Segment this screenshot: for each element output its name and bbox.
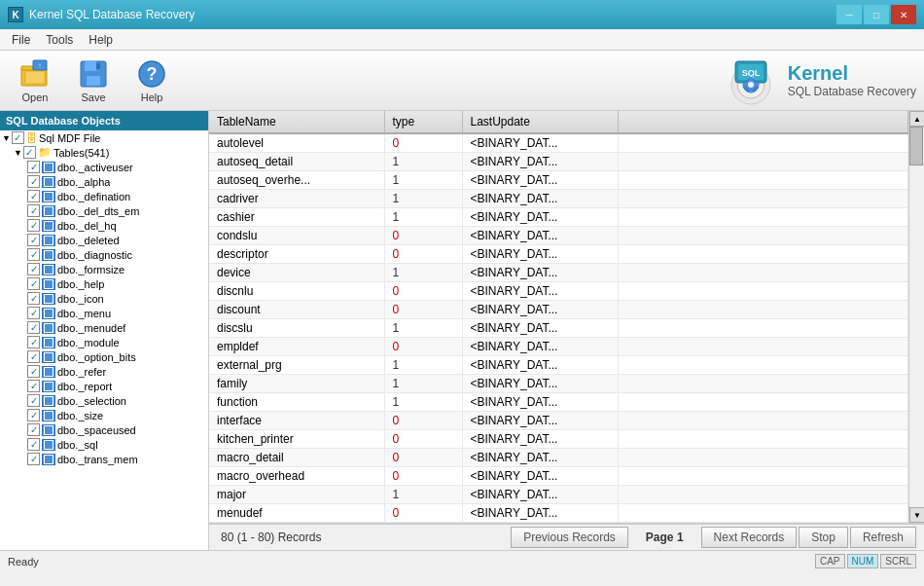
item-checkbox[interactable]	[27, 219, 40, 232]
list-item[interactable]: dbo._size	[0, 408, 208, 422]
item-checkbox[interactable]	[27, 263, 40, 275]
table-row[interactable]: discslu1<BINARY_DAT...	[209, 319, 908, 338]
cell-tablename: function	[209, 393, 384, 412]
cell-tablename: discount	[209, 301, 384, 319]
list-item[interactable]: dbo._deleted	[0, 233, 208, 247]
list-item[interactable]: dbo._del_dts_em	[0, 203, 208, 218]
item-checkbox[interactable]	[27, 453, 40, 465]
table-row[interactable]: autoseq_detail1<BINARY_DAT...	[209, 153, 908, 171]
list-item[interactable]: dbo._trans_mem	[0, 452, 208, 466]
item-checkbox[interactable]	[27, 423, 40, 436]
list-item[interactable]: dbo._del_hq	[0, 218, 208, 233]
table-row[interactable]: major1<BINARY_DAT...	[209, 486, 908, 504]
root-checkbox[interactable]	[12, 131, 24, 144]
table-row[interactable]: autolevel0<BINARY_DAT...	[209, 133, 908, 153]
cell-lastupdate: <BINARY_DAT...	[462, 282, 618, 301]
close-button[interactable]: ✕	[891, 5, 916, 24]
table-row[interactable]: discnlu0<BINARY_DAT...	[209, 282, 908, 301]
maximize-button[interactable]: □	[864, 5, 889, 24]
cell-tablename: major	[209, 486, 384, 504]
scrollbar-thumb[interactable]	[909, 127, 923, 165]
list-item[interactable]: dbo._diagnostic	[0, 247, 208, 262]
data-table-container[interactable]: TableName type LastUpdate autolevel0<BIN…	[209, 111, 908, 523]
svg-point-18	[748, 82, 754, 88]
list-item[interactable]: dbo._alpha	[0, 174, 208, 189]
cell-extra	[618, 133, 908, 153]
list-item[interactable]: dbo._activeuser	[0, 160, 208, 174]
table-row[interactable]: discount0<BINARY_DAT...	[209, 301, 908, 319]
table-row[interactable]: macro_detail0<BINARY_DAT...	[209, 449, 908, 467]
item-checkbox[interactable]	[27, 204, 40, 217]
table-row[interactable]: macro_overhead0<BINARY_DAT...	[209, 467, 908, 486]
menu-help[interactable]: Help	[81, 31, 121, 49]
scroll-up-button[interactable]: ▲	[909, 111, 924, 127]
menu-file[interactable]: File	[4, 31, 38, 49]
svg-rect-1	[21, 66, 33, 70]
table-row[interactable]: cashier1<BINARY_DAT...	[209, 208, 908, 227]
table-row[interactable]: device1<BINARY_DAT...	[209, 264, 908, 282]
table-row[interactable]: menudef0<BINARY_DAT...	[209, 504, 908, 523]
list-item[interactable]: dbo._report	[0, 379, 208, 393]
col-tablename[interactable]: TableName	[209, 111, 384, 133]
table-row[interactable]: autoseq_overhe...1<BINARY_DAT...	[209, 171, 908, 190]
item-checkbox[interactable]	[27, 234, 40, 246]
item-checkbox[interactable]	[27, 394, 40, 407]
prev-records-button[interactable]: Previous Records	[511, 527, 628, 548]
table-row[interactable]: kitchen_printer0<BINARY_DAT...	[209, 430, 908, 449]
item-checkbox[interactable]	[27, 380, 40, 392]
svg-text:SQL: SQL	[741, 68, 760, 78]
scroll-down-button[interactable]: ▼	[909, 507, 924, 523]
scrollbar-track[interactable]	[909, 127, 924, 507]
list-item[interactable]: dbo._menu	[0, 306, 208, 320]
table-row[interactable]: descriptor0<BINARY_DAT...	[209, 245, 908, 264]
list-item[interactable]: dbo._spaceused	[0, 422, 208, 437]
list-item[interactable]: dbo._refer	[0, 364, 208, 379]
item-checkbox[interactable]	[27, 409, 40, 421]
left-panel[interactable]: SQL Database Objects ▼ 🗄 Sql MDF File ▼ …	[0, 111, 209, 550]
list-item[interactable]: dbo._formsize	[0, 262, 208, 276]
table-row[interactable]: function1<BINARY_DAT...	[209, 393, 908, 412]
item-checkbox[interactable]	[27, 161, 40, 173]
col-type[interactable]: type	[384, 111, 462, 133]
list-item[interactable]: dbo._menudef	[0, 320, 208, 335]
table-row[interactable]: empldef0<BINARY_DAT...	[209, 338, 908, 356]
list-item[interactable]: dbo._option_bits	[0, 349, 208, 364]
item-checkbox[interactable]	[27, 321, 40, 334]
stop-button[interactable]: Stop	[799, 527, 848, 548]
next-records-button[interactable]: Next Records	[701, 527, 798, 548]
item-checkbox[interactable]	[27, 292, 40, 305]
list-item[interactable]: dbo._defination	[0, 189, 208, 203]
table-icon	[42, 162, 55, 173]
table-row[interactable]: interface0<BINARY_DAT...	[209, 412, 908, 430]
list-item[interactable]: dbo._icon	[0, 291, 208, 306]
item-checkbox[interactable]	[27, 307, 40, 319]
item-checkbox[interactable]	[27, 336, 40, 348]
vertical-scrollbar[interactable]: ▲ ▼	[908, 111, 924, 523]
list-item[interactable]: dbo._help	[0, 276, 208, 291]
col-lastupdate[interactable]: LastUpdate	[462, 111, 618, 133]
open-button[interactable]: ↑ Open	[8, 55, 62, 107]
tree-root[interactable]: ▼ 🗄 Sql MDF File	[0, 130, 208, 145]
table-row[interactable]: external_prg1<BINARY_DAT...	[209, 356, 908, 375]
help-button[interactable]: ? Help	[124, 55, 179, 107]
item-checkbox[interactable]	[27, 175, 40, 188]
item-checkbox[interactable]	[27, 277, 40, 290]
menu-tools[interactable]: Tools	[38, 31, 81, 49]
minimize-button[interactable]: ─	[836, 5, 862, 24]
refresh-button[interactable]: Refresh	[850, 527, 916, 548]
item-checkbox[interactable]	[27, 350, 40, 363]
item-checkbox[interactable]	[27, 438, 40, 451]
table-row[interactable]: family1<BINARY_DAT...	[209, 375, 908, 393]
list-item[interactable]: dbo._selection	[0, 393, 208, 408]
cell-extra	[618, 153, 908, 171]
item-checkbox[interactable]	[27, 248, 40, 261]
item-checkbox[interactable]	[27, 190, 40, 202]
item-checkbox[interactable]	[27, 365, 40, 378]
list-item[interactable]: dbo._sql	[0, 437, 208, 452]
save-button[interactable]: Save	[66, 55, 121, 107]
tables-checkbox[interactable]	[23, 146, 36, 159]
list-item[interactable]: dbo._module	[0, 335, 208, 349]
tables-group[interactable]: ▼ 📁 Tables(541)	[0, 145, 208, 160]
table-row[interactable]: condslu0<BINARY_DAT...	[209, 227, 908, 245]
table-row[interactable]: cadriver1<BINARY_DAT...	[209, 190, 908, 208]
